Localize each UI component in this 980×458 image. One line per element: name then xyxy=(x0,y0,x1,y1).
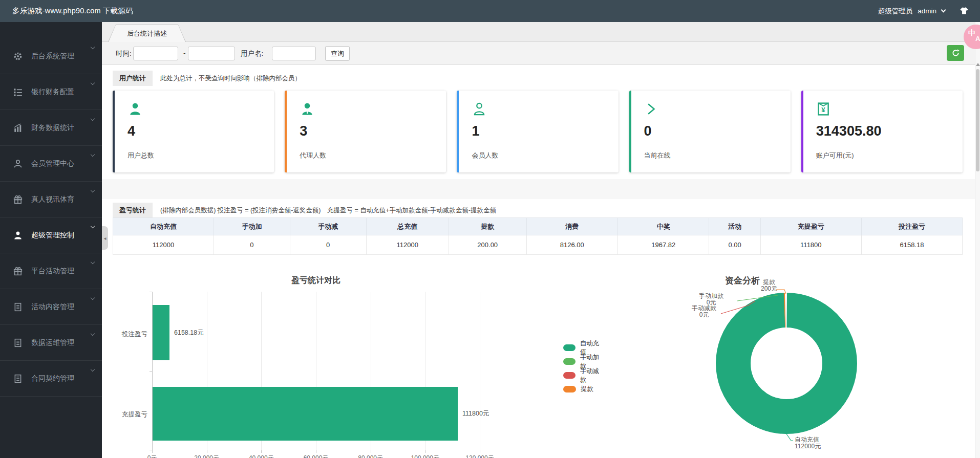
legend-swatch xyxy=(563,344,576,351)
refresh-icon xyxy=(951,49,960,57)
stat-cards: 4 用户总数 3 代理人数 1 会员人数 0 当前在线 ¥ 314305.80 xyxy=(113,91,963,172)
section-divider xyxy=(102,179,975,199)
user-outline-icon xyxy=(13,159,23,168)
tab-backend-stats[interactable]: 后台统计描述 xyxy=(108,25,186,42)
legend-swatch xyxy=(563,386,576,392)
vertical-scrollbar[interactable] xyxy=(975,22,980,458)
topbar: 多乐游戏-www.php90.com 下载源码 超级管理员 admin xyxy=(0,0,980,22)
chevron-down-icon xyxy=(91,260,95,264)
card-total-users: 4 用户总数 xyxy=(113,91,274,172)
card-agent-count: 3 代理人数 xyxy=(285,91,446,172)
scrollbar-thumb[interactable] xyxy=(976,69,979,171)
document-icon xyxy=(13,374,23,383)
sidebar-item-activity-content[interactable]: 活动内容管理 xyxy=(0,289,102,325)
chevron-down-icon xyxy=(91,367,95,372)
main-area: 后台统计描述 时间: - 用户名: 查询 用户统计 此处为总计，不受查询时间影响… xyxy=(102,22,980,458)
gift-icon xyxy=(13,267,23,276)
bar-category-label: 投注盈亏 xyxy=(103,330,147,339)
bar-value-label: 6158.18元 xyxy=(174,329,204,337)
profit-table: 自动充值 手动加 手动减 总充值 提款 消费 中奖 活动 充提盈亏 投注盈亏 1… xyxy=(113,217,963,255)
svg-text:¥: ¥ xyxy=(821,106,825,114)
bar-category-label: 充提盈亏 xyxy=(103,410,147,419)
sidebar-item-super-admin[interactable]: 超级管理控制 xyxy=(0,217,102,253)
chevron-down-icon xyxy=(91,188,95,192)
sidebar-item-member-center[interactable]: 会员管理中心 xyxy=(0,146,102,182)
chevron-down-icon[interactable] xyxy=(941,8,946,13)
document-icon xyxy=(13,302,23,312)
user-filled-icon xyxy=(127,102,143,118)
chevron-down-icon xyxy=(91,332,95,336)
bar-betting-profit: 6158.18元 xyxy=(153,305,204,360)
card-online-now: 0 当前在线 xyxy=(629,91,791,172)
query-button[interactable]: 查询 xyxy=(325,46,350,61)
sidebar-item-platform-activities[interactable]: 平台活动管理 xyxy=(0,253,102,289)
range-separator: - xyxy=(183,49,186,57)
callout-auto-deposit: 自动充值112000元 xyxy=(795,437,836,450)
card-member-count: 1 会员人数 xyxy=(457,91,618,172)
chart-legend: 自动充值 手动加款 手动减款 提款 xyxy=(563,341,604,396)
chevron-down-icon xyxy=(91,296,95,300)
user-outline-icon xyxy=(472,102,487,118)
refresh-button[interactable] xyxy=(947,45,964,61)
username-dropdown[interactable]: admin xyxy=(918,7,936,15)
profit-bar-chart: 盈亏统计对比 投注盈亏 充提盈亏 6158.18元 xyxy=(113,272,604,458)
x-tick-label: 0元 xyxy=(128,454,176,458)
profit-stats-note: (排除内部会员数据) 投注盈亏 = (投注消费金额-返奖金额) 充提盈亏 = 自… xyxy=(160,206,496,215)
time-from-input[interactable] xyxy=(133,47,178,60)
x-tick-label: 100,000元 xyxy=(401,454,449,458)
table-row: 112000 0 0 112000 200.00 8126.00 1967.82… xyxy=(113,235,963,255)
bar-deposit-profit: 111800元 xyxy=(153,387,489,441)
chevron-down-icon xyxy=(91,224,95,228)
list-icon xyxy=(13,88,23,97)
chevron-down-icon xyxy=(91,45,95,49)
sidebar-item-live-sports[interactable]: 真人视讯体育 xyxy=(0,182,102,217)
user-stats-note: 此处为总计，不受查询时间影响（排除内部会员） xyxy=(160,74,301,83)
table-header-row: 自动充值 手动加 手动减 总充值 提款 消费 中奖 活动 充提盈亏 投注盈亏 xyxy=(113,218,963,235)
legend-item-withdrawal[interactable]: 提款 xyxy=(563,382,604,396)
username-label: 用户名: xyxy=(241,49,263,58)
callout-withdrawal: 提款200元 xyxy=(754,279,784,292)
sidebar-collapse-handle[interactable]: ◂ xyxy=(102,226,108,250)
username-input[interactable] xyxy=(272,47,316,60)
chevron-down-icon xyxy=(91,117,95,121)
card-available-balance: ¥ 314305.80 账户可用(元) xyxy=(801,91,963,172)
x-tick-label: 80,000元 xyxy=(347,454,395,458)
scroll-up-arrow[interactable] xyxy=(976,63,980,66)
sidebar-item-data-ops[interactable]: 数据运维管理 xyxy=(0,325,102,361)
chevron-right-icon xyxy=(644,102,657,118)
gift-icon xyxy=(13,195,23,204)
user-stats-badge: 用户统计 xyxy=(113,71,153,86)
time-to-input[interactable] xyxy=(188,47,235,60)
legend-swatch xyxy=(563,358,576,365)
bar-value-label: 111800元 xyxy=(462,409,489,418)
x-tick-label: 60,000元 xyxy=(292,454,340,458)
theme-tshirt-icon[interactable] xyxy=(958,6,970,16)
sidebar-item-finance-stats[interactable]: 财务数据统计 xyxy=(0,110,102,146)
app-title: 多乐游戏-www.php90.com 下载源码 xyxy=(12,6,133,16)
user-filled-icon xyxy=(13,231,23,240)
legend-item-manual-subtract[interactable]: 手动减款 xyxy=(563,368,604,382)
user-role: 超级管理员 xyxy=(878,7,913,16)
x-tick-label: 40,000元 xyxy=(237,454,285,458)
x-tick-label: 20,000元 xyxy=(183,454,231,458)
x-tick-label: 120,000元 xyxy=(456,454,504,458)
sidebar-item-bank-finance[interactable]: 银行财务配置 xyxy=(0,74,102,110)
sidebar-item-contracts[interactable]: 合同契约管理 xyxy=(0,361,102,397)
funds-donut-chart: 资金分析 提款200元 手动加款0元 手动减款0元 自动充值112000元 xyxy=(691,274,979,458)
time-label: 时间: xyxy=(116,49,132,58)
gear-icon xyxy=(13,52,23,61)
legend-swatch xyxy=(563,372,576,379)
chevron-down-icon xyxy=(91,81,95,85)
bar-chart-title: 盈亏统计对比 xyxy=(152,275,480,286)
sidebar: 后台系统管理 银行财务配置 财务数据统计 会员管理中心 真人视讯体育 超级管理控… xyxy=(0,22,102,458)
chevron-down-icon xyxy=(91,152,95,157)
document-icon xyxy=(13,338,23,347)
bar-chart-icon xyxy=(13,123,23,133)
filter-bar: 时间: - 用户名: 查询 xyxy=(102,42,980,65)
sidebar-item-system-admin[interactable]: 后台系统管理 xyxy=(0,38,102,74)
content-panel: 用户统计 此处为总计，不受查询时间影响（排除内部会员） 4 用户总数 3 代理人… xyxy=(102,65,975,458)
envelope-yuan-icon: ¥ xyxy=(816,102,830,118)
callout-manual-subtract: 手动减款0元 xyxy=(684,305,725,318)
tab-bar: 后台统计描述 xyxy=(102,22,980,42)
profit-stats-badge: 盈亏统计 xyxy=(113,203,153,218)
